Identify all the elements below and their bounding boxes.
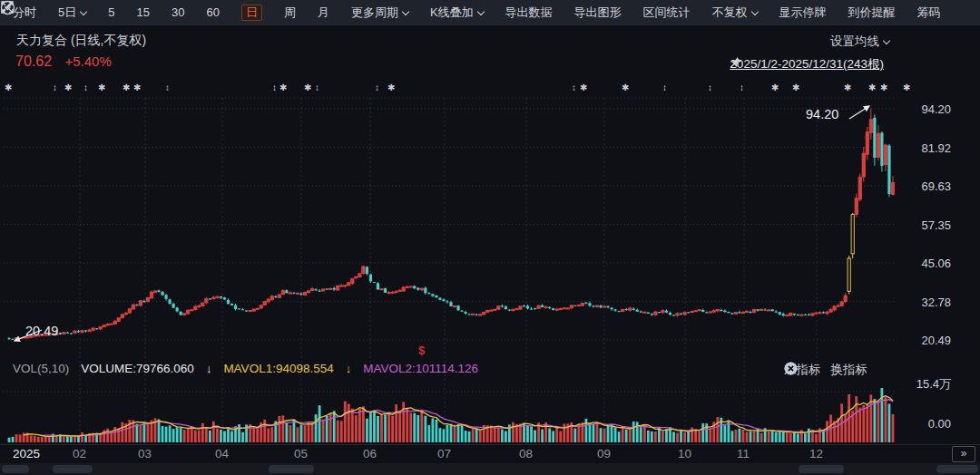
switch-indicator-button[interactable]: 换指标: [831, 362, 868, 378]
price-tick-label: 57.35: [906, 218, 951, 232]
toolbar-item-9[interactable]: 更多周期: [351, 5, 408, 21]
scroll-next-button[interactable]: »: [952, 446, 975, 462]
updown-arrow-event-icon[interactable]: ↕: [375, 82, 379, 92]
month-label: 07: [437, 447, 451, 460]
chevron-down-icon: [883, 37, 890, 44]
updown-arrow-event-icon[interactable]: ↕: [83, 82, 88, 92]
star-event-icon[interactable]: ✱: [580, 82, 587, 92]
high-annotation: 94.20: [806, 107, 838, 121]
year-label: 2025: [13, 447, 40, 460]
price-tick-label: 81.92: [906, 141, 951, 155]
toolbar-item-10[interactable]: K线叠加: [430, 5, 484, 21]
month-label: 03: [138, 447, 152, 460]
star-event-icon[interactable]: ✱: [844, 82, 851, 92]
ma-settings-button[interactable]: 设置均线: [830, 34, 889, 50]
date-range-row: 2025/1/2-2025/12/31(243根): [730, 56, 889, 73]
toolbar-item-6[interactable]: 日: [241, 5, 262, 21]
mavol1-value: MAVOL1:94098.554: [223, 362, 333, 375]
month-label: 09: [597, 447, 611, 460]
updown-arrow-event-icon[interactable]: ↕: [708, 82, 712, 92]
toolbar-item-16[interactable]: 到价提醒: [848, 5, 896, 21]
price-tick-label: 69.63: [906, 179, 951, 193]
dividend-marker[interactable]: $: [418, 344, 425, 357]
price-tick-label: 20.49: [906, 334, 951, 347]
ma-settings-label: 设置均线: [830, 34, 879, 50]
month-label: 05: [294, 447, 308, 460]
volume-bars[interactable]: [8, 388, 895, 442]
low-annotation: 20.49: [25, 324, 58, 338]
star-event-icon[interactable]: ✱: [387, 82, 395, 92]
toolbar-item-1[interactable]: 5日: [58, 5, 86, 21]
star-event-icon[interactable]: ✱: [792, 82, 799, 92]
chevron-down-icon: [402, 7, 409, 15]
updown-arrow-event-icon[interactable]: ↕: [165, 82, 170, 92]
toolbar-item-4[interactable]: 30: [172, 5, 184, 19]
toolbar-item-5[interactable]: 60: [206, 5, 219, 19]
top-toolbar: 分时5日5153060日周月更多周期K线叠加导出数据导出图形区间统计不复权显示停…: [0, 0, 980, 25]
month-label: 02: [73, 447, 86, 460]
star-event-icon[interactable]: ✱: [98, 82, 105, 92]
star-event-icon[interactable]: ✱: [279, 82, 287, 92]
star-event-icon[interactable]: ✱: [64, 82, 72, 92]
scrollbar-thumb[interactable]: [2, 465, 29, 473]
toolbar-item-0[interactable]: 分时: [13, 5, 36, 21]
stock-title: 天力复合 (日线,不复权): [16, 33, 146, 49]
updown-arrow-event-icon[interactable]: ↕: [53, 82, 57, 92]
toolbar-item-15[interactable]: 显示停牌: [779, 5, 827, 21]
date-range-link[interactable]: 2025/1/2-2025/12/31(243根): [730, 56, 884, 73]
star-event-icon[interactable]: ✱: [122, 82, 130, 92]
high-arrow: [849, 106, 869, 119]
price-tick-label: 45.06: [906, 257, 951, 270]
star-event-icon[interactable]: ✱: [622, 82, 629, 92]
last-price: 70.62: [15, 53, 52, 69]
vol-indicator-name[interactable]: VOL(5,10): [13, 362, 69, 375]
price-tick-label: 32.78: [906, 296, 951, 309]
event-markers-row: ✱↕✱↕✱✱✱↕↕✱✱↕↕✱↕✱✱↕↕↕✱✱✱✱✱✱: [0, 82, 980, 97]
volume-value: VOLUME:79766.060: [81, 362, 194, 375]
month-label: 06: [363, 447, 377, 460]
price-row: 70.62 +5.40%: [15, 53, 112, 70]
star-event-icon[interactable]: ✱: [304, 82, 311, 92]
toolbar-item-8[interactable]: 月: [318, 5, 329, 21]
toolbar-item-13[interactable]: 区间统计: [643, 5, 691, 21]
month-label: 11: [737, 447, 750, 460]
scrollbar-thumb[interactable]: [799, 465, 844, 473]
star-event-icon[interactable]: ✱: [771, 82, 779, 92]
volume-pane-controls: 加指标 换指标: [784, 362, 887, 378]
chevron-down-icon: [80, 7, 87, 15]
month-label: 10: [678, 447, 691, 460]
star-event-icon[interactable]: ✱: [880, 82, 887, 92]
volume-indicator-header: VOL(5,10) VOLUME:79766.060 ↓ MAVOL1:9409…: [13, 362, 478, 375]
horizontal-gridlines: [0, 98, 980, 445]
volume-axis-min: 0.00: [928, 417, 951, 431]
horizontal-scrollbar[interactable]: [0, 463, 980, 475]
updown-arrow-event-icon[interactable]: ↕: [572, 82, 576, 92]
toolbar-item-2[interactable]: 5: [108, 5, 114, 19]
star-event-icon[interactable]: ✱: [903, 82, 910, 92]
month-label: 04: [215, 447, 229, 460]
updown-arrow-event-icon[interactable]: ↕: [740, 82, 744, 92]
month-label: 08: [519, 447, 533, 460]
scrollbar-thumb[interactable]: [269, 465, 314, 473]
volume-axis-max: 15.4万: [916, 376, 951, 393]
star-event-icon[interactable]: ✱: [5, 82, 12, 92]
chevron-down-icon: [750, 7, 758, 15]
volume-down-arrow-icon: ↓: [206, 362, 212, 375]
toolbar-item-17[interactable]: 筹码: [917, 5, 941, 21]
month-label: 12: [809, 447, 823, 460]
toolbar-item-7[interactable]: 周: [284, 5, 296, 21]
toolbar-item-12[interactable]: 导出图形: [574, 5, 622, 21]
scrollbar-thumb[interactable]: [936, 465, 978, 473]
mavol1-down-arrow-icon: ↓: [346, 362, 352, 375]
toolbar-item-14[interactable]: 不复权: [712, 5, 758, 21]
toolbar-item-11[interactable]: 导出数据: [505, 5, 553, 21]
toolbar-item-3[interactable]: 15: [136, 5, 149, 19]
change-percent: +5.40%: [65, 53, 112, 69]
star-event-icon[interactable]: ✱: [868, 82, 876, 92]
scrollbar-thumb[interactable]: [53, 465, 93, 473]
star-event-icon[interactable]: ✱: [133, 82, 141, 92]
vertical-gridlines: [80, 98, 817, 444]
updown-arrow-event-icon[interactable]: ↕: [662, 82, 667, 92]
updown-arrow-event-icon[interactable]: ↕: [315, 82, 319, 92]
updown-arrow-event-icon[interactable]: ↕: [272, 82, 277, 92]
